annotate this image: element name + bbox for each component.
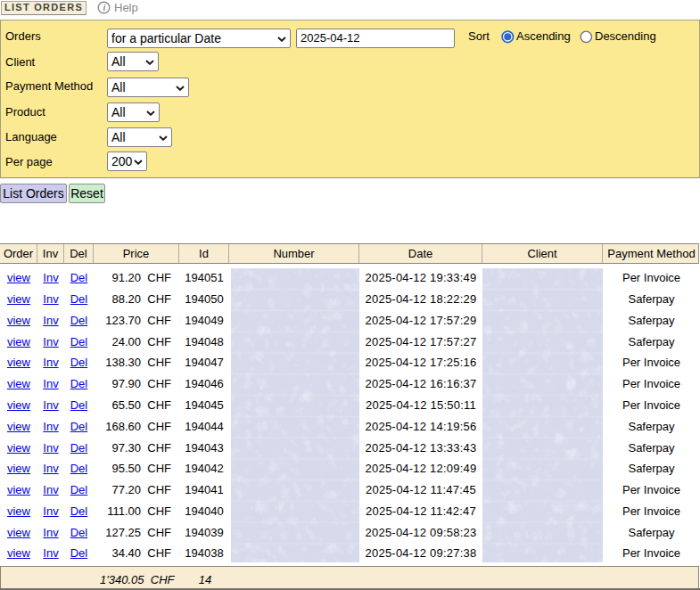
svg-text:i: i [103,3,106,12]
